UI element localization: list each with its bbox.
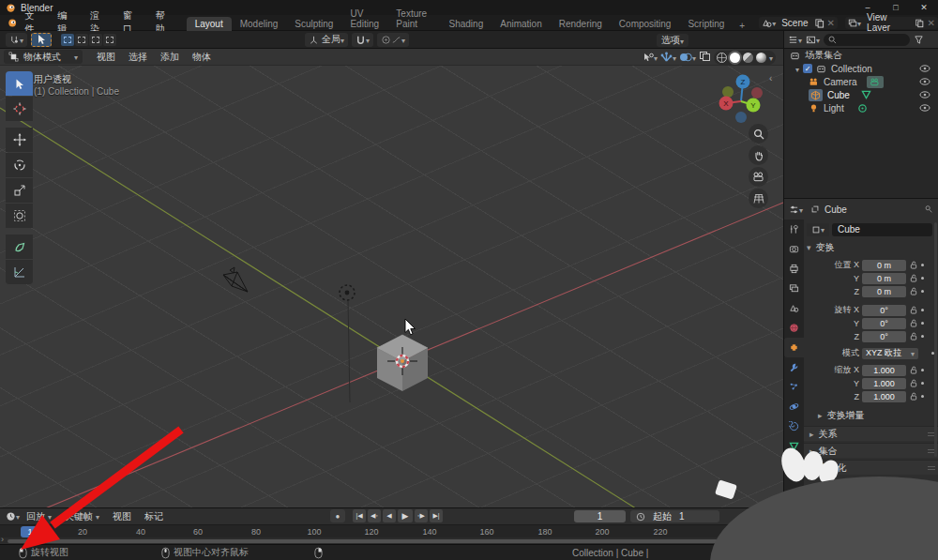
lock-icon[interactable] [910,287,917,295]
playhead-current-frame[interactable]: 1 [21,526,39,537]
zoom-view-button[interactable] [749,124,768,144]
object-name-field[interactable]: Cube [832,223,932,236]
tab-render[interactable] [784,239,804,259]
outliner-row-camera[interactable]: Camera [784,75,938,88]
tab-object[interactable] [784,338,804,357]
active-tool-select-box[interactable] [31,33,52,47]
shading-wireframe-button[interactable] [717,53,727,63]
animate-dot[interactable] [921,395,924,398]
toolbar-select-box-button[interactable] [6,71,33,96]
outliner-filter-dropdown[interactable] [806,35,820,45]
properties-editor-icon[interactable] [789,204,799,215]
scale-y-field[interactable]: 1.000 [862,378,906,389]
options-dropdown[interactable]: 选项 [657,34,688,47]
shading-rendered-button[interactable] [756,53,766,63]
viewport-3d[interactable]: 物体模式 视图 选择 添加 物体 [0,49,783,507]
relations-panel[interactable]: 关系 [804,426,938,441]
camera-data-chip[interactable] [867,76,884,88]
outliner-row-collection[interactable]: ✓ Collection [784,62,938,75]
expand-arrow-icon[interactable] [795,64,799,74]
select-mode-intersect-button[interactable] [103,34,116,46]
outliner-row-light[interactable]: Light [784,101,938,114]
tab-rendering[interactable]: Rendering [551,17,611,31]
mode-dropdown[interactable]: 物体模式 [4,50,83,64]
lock-icon[interactable] [910,306,917,314]
toolbar-rotate-button[interactable] [6,153,33,177]
animate-dot[interactable] [921,322,924,325]
unlink-scene-icon[interactable]: ✕ [827,18,835,28]
tab-compositing[interactable]: Compositing [611,17,680,31]
camera-object[interactable] [223,267,248,292]
copy-scene-icon[interactable] [814,18,825,28]
gizmo-neg-y-ball[interactable] [722,86,734,98]
scale-z-field[interactable]: 1.000 [862,391,906,402]
menu-add[interactable]: 添加 [154,51,186,64]
menu-markers[interactable]: 标记 [138,510,170,523]
animate-dot[interactable] [921,290,924,293]
tab-texture-paint[interactable]: Texture Paint [387,7,440,31]
animate-dot[interactable] [921,309,924,311]
lock-icon[interactable] [910,392,917,401]
collections-panel[interactable]: 集合 [804,443,938,458]
timeline-editor-dropdown[interactable] [6,511,20,522]
snap-toggle-button[interactable] [352,33,373,47]
menu-select[interactable]: 选择 [122,51,154,64]
sidebar-toggle-arrow[interactable]: ‹ [769,73,772,83]
lock-icon[interactable] [910,261,917,269]
menu-keying[interactable]: 关键帧 [58,510,106,523]
delta-transform-panel[interactable]: 变换增量 [818,409,938,422]
tab-uv-editing[interactable]: UV Editing [341,7,387,31]
collection-checkbox[interactable]: ✓ [803,64,812,73]
menu-timeline-view[interactable]: 视图 [106,510,138,523]
tab-shading[interactable]: Shading [441,17,492,31]
transform-orientation-dropdown[interactable]: 全局 [305,33,348,47]
eye-icon[interactable] [919,65,930,72]
play-reverse-button[interactable]: ◀ [383,509,396,522]
prev-keyframe-button[interactable]: ◀◦ [368,509,381,522]
gizmo-neg-z-ball[interactable] [735,112,747,123]
tab-particles[interactable] [784,377,804,397]
animate-dot[interactable] [921,335,924,338]
tab-constraints[interactable] [784,416,804,436]
editor-type-button[interactable] [6,33,27,47]
eye-icon[interactable] [919,78,930,85]
timeline-scrollbar[interactable] [8,539,722,543]
rotation-y-field[interactable]: 0° [862,318,906,329]
pan-view-button[interactable] [749,145,768,165]
tab-sculpting[interactable]: Sculpting [286,17,341,31]
location-z-field[interactable]: 0 m [862,286,906,297]
overlays-dropdown[interactable] [679,52,696,63]
record-button[interactable]: ● [330,509,345,522]
search-input[interactable] [837,35,902,44]
outliner-row-cube[interactable]: Cube [784,88,938,101]
select-mode-subtract-button[interactable] [89,34,102,46]
timeline-ruler[interactable]: 20 40 60 80 100 120 140 160 180 200 220 … [0,524,783,537]
expand-chevron-icon[interactable]: › [1,535,4,544]
toolbar-move-button[interactable] [6,128,33,152]
animate-dot[interactable] [921,382,924,385]
tab-modeling[interactable]: Modeling [232,17,287,31]
gizmos-dropdown[interactable] [660,52,676,63]
panel-drag-handle[interactable] [928,464,935,472]
shading-material-button[interactable] [743,53,753,63]
menu-playback[interactable]: 回放 [20,510,58,523]
animate-dot[interactable] [921,264,924,266]
animate-dot[interactable] [921,277,924,280]
menu-view[interactable]: 视图 [90,51,122,64]
tab-layout[interactable]: Layout [187,17,232,31]
tab-world[interactable] [784,318,804,338]
toolbar-measure-button[interactable] [6,260,33,284]
jump-to-start-button[interactable]: |◀ [353,509,366,522]
selectability-dropdown[interactable] [643,53,658,63]
toolbar-scale-button[interactable] [6,178,33,203]
pin-icon[interactable] [924,204,933,214]
tab-modifiers[interactable] [784,357,804,377]
proportional-editing-button[interactable] [377,33,409,47]
outliner-row-scene-collection[interactable]: 场景集合 [784,49,938,62]
toolbar-annotate-button[interactable] [6,235,33,259]
scale-x-field[interactable]: 1.000 [862,365,906,376]
shading-solid-button[interactable] [730,53,740,63]
tab-view-layer[interactable] [784,279,804,298]
lock-icon[interactable] [910,366,917,374]
select-mode-new-button[interactable] [61,34,74,46]
